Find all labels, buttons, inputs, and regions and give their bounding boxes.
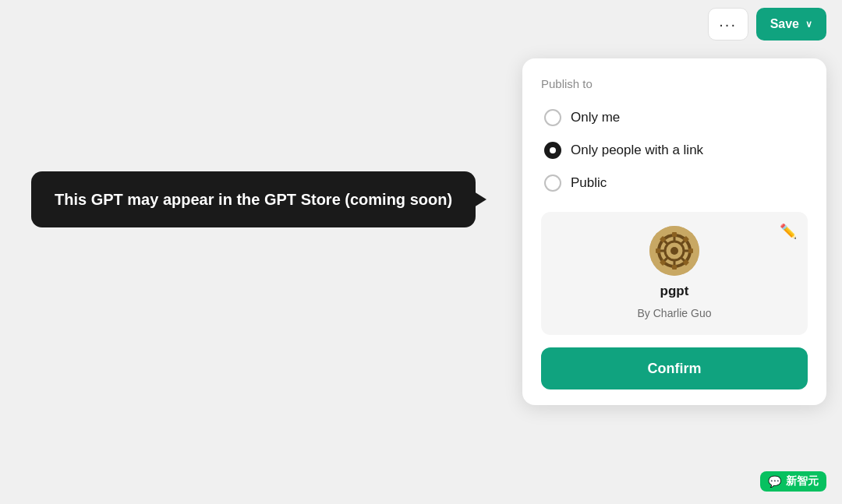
gpt-author: By Charlie Guo	[638, 307, 712, 319]
more-button[interactable]: ···	[708, 8, 748, 41]
svg-rect-14	[688, 248, 693, 253]
publish-options: Only me Only people with a link Public	[541, 103, 808, 198]
chevron-down-icon: ∨	[805, 19, 812, 30]
radio-public	[544, 174, 561, 192]
radio-only-link	[544, 142, 561, 159]
tooltip-bubble: This GPT may appear in the GPT Store (co…	[31, 171, 476, 227]
wechat-label: 新智元	[786, 474, 819, 488]
option-public[interactable]: Public	[541, 168, 808, 198]
confirm-button[interactable]: Confirm	[541, 347, 808, 389]
option-public-label: Public	[571, 175, 607, 191]
gpt-card: ✏️	[541, 212, 808, 335]
wechat-icon: 💬	[768, 475, 781, 488]
top-bar: ··· Save ∨	[708, 8, 826, 41]
option-only-link-label: Only people with a link	[571, 143, 703, 158]
publish-section-label: Publish to	[541, 77, 808, 90]
save-button[interactable]: Save ∨	[756, 8, 826, 41]
option-only-me-label: Only me	[571, 110, 620, 125]
avatar	[649, 226, 699, 276]
svg-rect-16	[672, 265, 677, 270]
publish-panel: Publish to Only me Only people with a li…	[522, 58, 826, 405]
gpt-name: pgpt	[660, 284, 689, 299]
radio-only-me	[544, 109, 561, 126]
tooltip-text: This GPT may appear in the GPT Store (co…	[55, 191, 452, 208]
svg-rect-18	[656, 248, 660, 253]
confirm-label: Confirm	[648, 361, 702, 377]
svg-rect-12	[672, 232, 677, 237]
edit-icon[interactable]: ✏️	[780, 223, 797, 240]
save-label: Save	[770, 17, 799, 31]
svg-point-3	[670, 247, 678, 255]
wechat-badge: 💬 新智元	[760, 471, 826, 492]
option-only-link[interactable]: Only people with a link	[541, 136, 808, 165]
option-only-me[interactable]: Only me	[541, 103, 808, 132]
more-dots: ···	[719, 16, 737, 33]
